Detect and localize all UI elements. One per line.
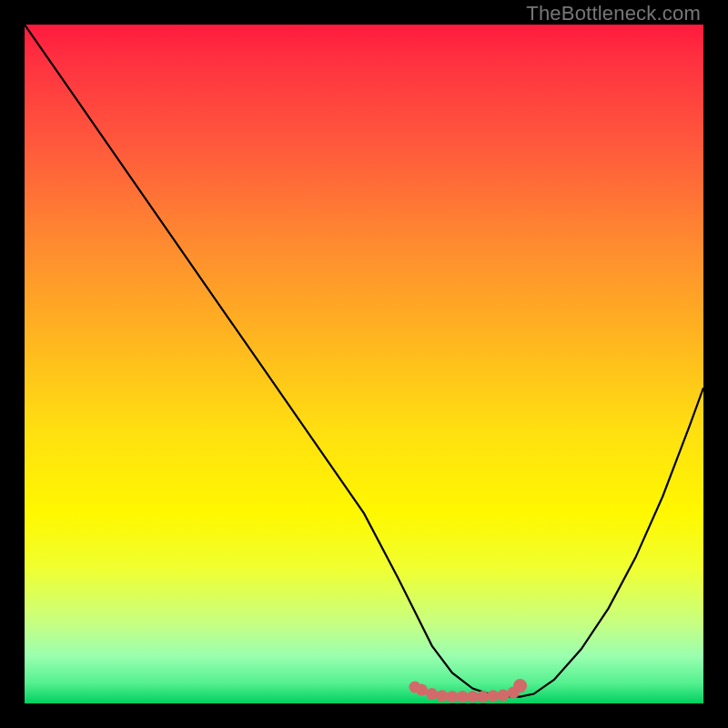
minimum-marker [446,691,458,703]
bottleneck-curve [25,25,703,697]
minimum-marker [487,690,499,702]
minimum-markers [409,679,527,703]
minimum-marker [467,691,479,703]
minimum-marker [457,691,469,703]
curve-plot [25,25,703,703]
minimum-marker [426,688,438,700]
minimum-marker [477,691,489,703]
minimum-marker [513,679,527,693]
minimum-marker [416,684,428,696]
watermark-text: TheBottleneck.com [526,2,701,25]
minimum-marker [497,690,509,702]
minimum-marker [436,690,448,702]
chart-area [25,25,703,703]
